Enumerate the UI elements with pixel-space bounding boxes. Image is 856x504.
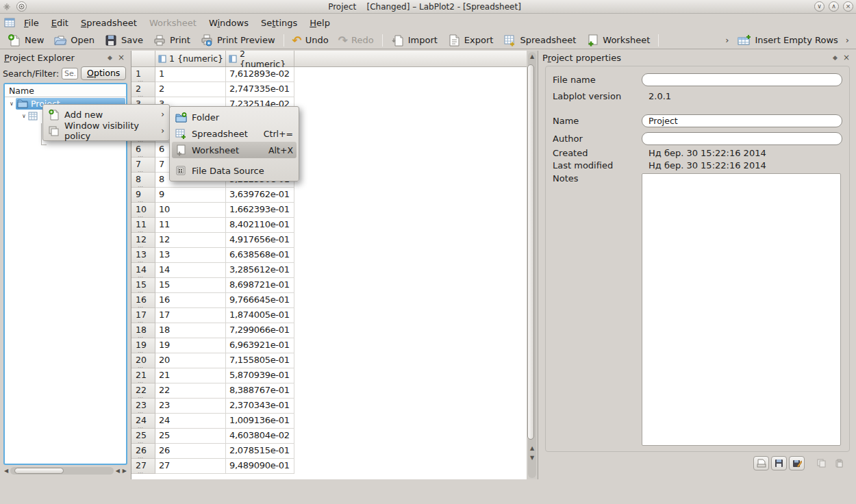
- cell-col1[interactable]: 19: [155, 338, 226, 353]
- cell-col2[interactable]: 6,963921e-01: [226, 338, 294, 353]
- cell-col1[interactable]: 16: [155, 293, 226, 308]
- cell-col2[interactable]: 8,402110e-01: [226, 218, 294, 233]
- cell-col1[interactable]: 14: [155, 263, 226, 278]
- scroll-left-icon[interactable]: ◀: [3, 468, 9, 474]
- search-input[interactable]: [62, 68, 78, 79]
- spreadsheet-button[interactable]: Spreadsheet: [498, 33, 581, 48]
- spreadsheet-vertical-scrollbar[interactable]: ▲ ▲ ▼: [527, 51, 538, 479]
- new-button[interactable]: New: [3, 33, 49, 48]
- row-header-cell[interactable]: 25: [131, 429, 155, 444]
- row-header-cell[interactable]: 17: [131, 308, 155, 323]
- scrollbar-thumb[interactable]: [527, 64, 534, 440]
- close-dock-icon[interactable]: ×: [116, 53, 127, 62]
- cell-col2[interactable]: 7,155805e-01: [226, 353, 294, 368]
- cell-col2[interactable]: 2,747335e-01: [226, 82, 294, 97]
- cell-col1[interactable]: 25: [155, 429, 226, 444]
- cell-col1[interactable]: 12: [155, 233, 226, 248]
- close-button[interactable]: ×: [843, 1, 853, 12]
- row-header-cell[interactable]: 7: [131, 158, 155, 173]
- cell-col1[interactable]: 11: [155, 218, 226, 233]
- column-header-2[interactable]: 2 {numeric}: [226, 51, 294, 66]
- cell-col1[interactable]: 10: [155, 203, 226, 218]
- scroll-right-icon[interactable]: ▶: [122, 468, 127, 474]
- author-field[interactable]: [642, 132, 842, 145]
- row-header-cell[interactable]: 12: [131, 233, 155, 248]
- row-header-cell[interactable]: 14: [131, 263, 155, 278]
- scroll-up-icon[interactable]: ▲: [527, 53, 538, 60]
- row-header-cell[interactable]: 24: [131, 414, 155, 429]
- cell-col2[interactable]: 9,489090e-01: [226, 459, 294, 474]
- cell-col2[interactable]: 3,639762e-01: [226, 188, 294, 203]
- float-dock-icon[interactable]: ◆: [104, 54, 116, 61]
- cell-col1[interactable]: 1: [155, 67, 226, 82]
- insert-empty-rows-button[interactable]: Insert Empty Rows: [732, 33, 843, 48]
- scroll-up-icon[interactable]: ▲: [527, 445, 538, 452]
- chevron-down-icon[interactable]: ∨: [20, 113, 28, 119]
- cell-col2[interactable]: 2,370343e-01: [226, 399, 294, 414]
- cell-col2[interactable]: 1,009136e-01: [226, 414, 294, 429]
- cell-col1[interactable]: 9: [155, 188, 226, 203]
- menu-windows[interactable]: Windows: [203, 16, 255, 30]
- save-properties-button[interactable]: [771, 456, 787, 470]
- notes-field[interactable]: [642, 173, 841, 446]
- corner-header-cell[interactable]: [131, 51, 155, 66]
- toolbar-overflow-left-icon[interactable]: ›: [722, 35, 731, 45]
- close-dock-icon[interactable]: ×: [841, 53, 852, 62]
- cell-col1[interactable]: 20: [155, 353, 226, 368]
- cell-col2[interactable]: 6,638568e-01: [226, 248, 294, 263]
- cell-col2[interactable]: 8,698721e-01: [226, 278, 294, 293]
- save-as-button[interactable]: [789, 456, 805, 470]
- cell-col2[interactable]: 7,612893e-02: [226, 67, 294, 82]
- column-header-1[interactable]: 1 {numeric}: [155, 51, 226, 66]
- undo-button[interactable]: ↶ Undo: [288, 34, 333, 47]
- row-header-cell[interactable]: 26: [131, 444, 155, 459]
- scroll-left-icon[interactable]: ◀: [115, 468, 121, 474]
- cell-col2[interactable]: 9,766645e-01: [226, 293, 294, 308]
- cell-col2[interactable]: 2,078515e-01: [226, 444, 294, 459]
- row-header-cell[interactable]: 10: [131, 203, 155, 218]
- tree-name-header[interactable]: Name: [5, 84, 126, 97]
- maximize-button[interactable]: ∧: [829, 1, 839, 12]
- row-header-cell[interactable]: 6: [131, 142, 155, 158]
- row-header-cell[interactable]: 19: [131, 338, 155, 353]
- save-button[interactable]: Save: [99, 33, 148, 48]
- export-button[interactable]: Export: [442, 33, 499, 48]
- cell-col2[interactable]: 8,388767e-01: [226, 383, 294, 399]
- cell-col1[interactable]: 24: [155, 414, 226, 429]
- submenu-item-folder[interactable]: Folder: [172, 109, 297, 125]
- menu-item-window-visibility-policy[interactable]: Window visibility policy ›: [45, 123, 168, 139]
- file-name-field[interactable]: [642, 73, 842, 86]
- cell-col1[interactable]: 18: [155, 323, 226, 338]
- row-header-cell[interactable]: 9: [131, 188, 155, 203]
- open-button[interactable]: Open: [49, 33, 99, 48]
- cell-col2[interactable]: 1,874005e-01: [226, 308, 294, 323]
- scroll-down-icon[interactable]: ▼: [527, 455, 538, 462]
- row-header-cell[interactable]: 23: [131, 399, 155, 414]
- cell-col1[interactable]: 21: [155, 368, 226, 383]
- name-field[interactable]: [642, 114, 842, 127]
- cell-col2[interactable]: 3,285612e-01: [226, 263, 294, 278]
- cell-col1[interactable]: 2: [155, 82, 226, 97]
- options-button[interactable]: Options: [81, 66, 126, 80]
- float-dock-icon[interactable]: ◆: [829, 54, 841, 61]
- submenu-item-file-data-source[interactable]: File Data Source: [172, 162, 297, 179]
- cell-col1[interactable]: 13: [155, 248, 226, 263]
- cell-col1[interactable]: 23: [155, 399, 226, 414]
- worksheet-button[interactable]: Worksheet: [581, 33, 655, 48]
- chevron-down-icon[interactable]: ∨: [8, 101, 16, 107]
- cell-col1[interactable]: 26: [155, 444, 226, 459]
- cell-col1[interactable]: 27: [155, 459, 226, 474]
- pin-icon[interactable]: [16, 1, 27, 12]
- explorer-horizontal-scrollbar[interactable]: ◀ ◀ ▶: [3, 466, 127, 475]
- toolbar-overflow-right-icon[interactable]: ›: [843, 35, 852, 45]
- cell-col2[interactable]: 4,917656e-01: [226, 233, 294, 248]
- cell-col2[interactable]: 1,662393e-01: [226, 203, 294, 218]
- cell-col1[interactable]: 17: [155, 308, 226, 323]
- row-header-cell[interactable]: 22: [131, 383, 155, 399]
- row-header-cell[interactable]: 27: [131, 459, 155, 474]
- row-header-cell[interactable]: 8: [131, 173, 155, 188]
- cell-col2[interactable]: 4,603804e-02: [226, 429, 294, 444]
- print-button[interactable]: Print: [148, 33, 195, 48]
- scrollbar-thumb[interactable]: [14, 468, 64, 474]
- row-header-cell[interactable]: 11: [131, 218, 155, 233]
